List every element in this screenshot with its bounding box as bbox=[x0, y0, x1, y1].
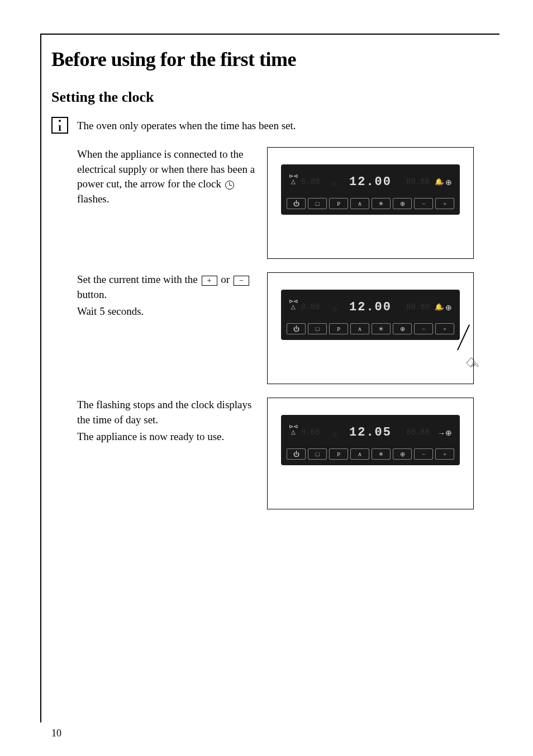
panel-display: ⊳⊲△ 8.88 ◇ 12.05 88.88 →⊕ bbox=[281, 419, 460, 445]
info-icon: ı bbox=[51, 117, 68, 134]
step-2: Set the current time with the + or − but… bbox=[77, 272, 488, 384]
light-button[interactable]: ☀ bbox=[372, 323, 391, 334]
step-1-panel-illustration: ⊳⊲△ 8.88 ◇ 12.00 88.88 🔔 →⊕ ⏻ □ P ∧ ☀ ⊕ … bbox=[267, 147, 474, 259]
section-heading: Setting the clock bbox=[51, 89, 488, 106]
info-note-text: The oven only operates when the time has… bbox=[77, 117, 296, 134]
timer-arrow-icon: →⊕ bbox=[437, 178, 452, 187]
temperature-button[interactable]: ∧ bbox=[350, 323, 369, 334]
light-button[interactable]: ☀ bbox=[372, 198, 391, 209]
panel-button-row: ⏻ □ P ∧ ☀ ⊕ − + bbox=[281, 195, 460, 210]
minus-button[interactable]: − bbox=[414, 198, 433, 209]
program-button[interactable]: P bbox=[329, 448, 348, 460]
stop-button[interactable]: □ bbox=[308, 198, 327, 209]
panel-button-row: ⏻ □ P ∧ ☀ ⊕ − + bbox=[281, 320, 460, 336]
power-button[interactable]: ⏻ bbox=[287, 448, 306, 460]
minus-button-inline: − bbox=[234, 276, 249, 286]
light-button[interactable]: ☀ bbox=[372, 448, 391, 460]
clock-icon bbox=[225, 181, 234, 190]
temperature-button[interactable]: ∧ bbox=[350, 448, 369, 460]
clock-display: 12.00 bbox=[349, 300, 392, 314]
power-button[interactable]: ⏻ bbox=[287, 323, 306, 334]
power-button[interactable]: ⏻ bbox=[287, 198, 306, 209]
clock-display: 12.00 bbox=[349, 175, 392, 189]
panel-button-row: ⏻ □ P ∧ ☀ ⊕ − + bbox=[281, 445, 460, 461]
step-3: The flashing stops and the clock display… bbox=[77, 398, 488, 509]
plus-button[interactable]: + bbox=[435, 323, 454, 334]
plus-button[interactable]: + bbox=[435, 448, 454, 460]
clock-button[interactable]: ⊕ bbox=[393, 448, 412, 460]
oven-panel: ⊳⊲△ 8.88 ◇ 12.05 88.88 →⊕ ⏻ □ P ∧ ☀ ⊕ − … bbox=[281, 415, 460, 465]
step-2-wait-text: Wait 5 seconds. bbox=[77, 304, 258, 319]
panel-display: ⊳⊲△ 8.88 ◇ 12.00 88.88 🔔 →⊕ bbox=[281, 294, 460, 320]
oven-panel: ⊳⊲△ 8.88 ◇ 12.00 88.88 🔔 →⊕ ⏻ □ P ∧ ☀ ⊕ … bbox=[281, 164, 460, 215]
oven-panel: ⊳⊲△ 8.88 ◇ 12.00 88.88 🔔 →⊕ ⏻ □ P ∧ ☀ ⊕ … bbox=[281, 290, 460, 340]
step-2-panel-illustration: ⊳⊲△ 8.88 ◇ 12.00 88.88 🔔 →⊕ ⏻ □ P ∧ ☀ ⊕ … bbox=[267, 272, 474, 384]
minus-button[interactable]: − bbox=[414, 448, 433, 460]
step-1-text: When the appliance is connected to the e… bbox=[77, 147, 267, 259]
timer-arrow-icon: →⊕ bbox=[437, 428, 452, 438]
pointer-hand-icon: ☟ bbox=[463, 355, 483, 374]
duration-indicator-icon: ⊳⊲△ bbox=[289, 299, 298, 310]
info-note-row: ı The oven only operates when the time h… bbox=[51, 117, 488, 134]
panel-display: ⊳⊲△ 8.88 ◇ 12.00 88.88 🔔 →⊕ bbox=[281, 169, 460, 195]
step-3-panel-illustration: ⊳⊲△ 8.88 ◇ 12.05 88.88 →⊕ ⏻ □ P ∧ ☀ ⊕ − … bbox=[267, 398, 474, 509]
page-content: Before using for the first time Setting … bbox=[51, 48, 488, 523]
clock-button[interactable]: ⊕ bbox=[393, 198, 412, 209]
duration-indicator-icon: ⊳⊲△ bbox=[289, 424, 298, 435]
minus-button[interactable]: − bbox=[414, 323, 433, 334]
plus-button[interactable]: + bbox=[435, 198, 454, 209]
program-button[interactable]: P bbox=[329, 198, 348, 209]
clock-button[interactable]: ⊕ bbox=[393, 323, 412, 334]
clock-display: 12.05 bbox=[349, 426, 392, 440]
plus-button-inline: + bbox=[202, 276, 217, 286]
page-title: Before using for the first time bbox=[51, 48, 488, 71]
step-3-text: The flashing stops and the clock display… bbox=[77, 398, 267, 509]
temperature-button[interactable]: ∧ bbox=[350, 198, 369, 209]
step-1: When the appliance is connected to the e… bbox=[77, 147, 488, 259]
stop-button[interactable]: □ bbox=[308, 323, 327, 334]
stop-button[interactable]: □ bbox=[308, 448, 327, 460]
step-2-text: Set the current time with the + or − but… bbox=[77, 272, 267, 384]
page-number: 10 bbox=[51, 727, 61, 739]
program-button[interactable]: P bbox=[329, 323, 348, 334]
duration-indicator-icon: ⊳⊲△ bbox=[289, 173, 298, 185]
timer-arrow-icon: →⊕ bbox=[437, 303, 452, 313]
